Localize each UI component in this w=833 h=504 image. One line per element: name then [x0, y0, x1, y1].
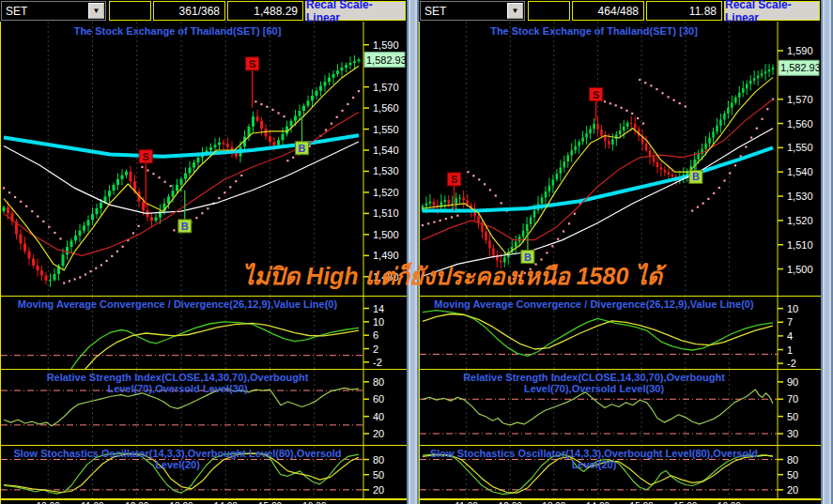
rsi-panel[interactable]: 90705030 Relative Strength Index(CLOSE,1… — [420, 369, 821, 445]
svg-text:7: 7 — [787, 316, 793, 328]
svg-text:1,530: 1,530 — [373, 165, 399, 176]
svg-text:50: 50 — [373, 469, 384, 481]
chart-stack-right: SBSB1,5901,5701,5601,5501,5401,5301,5201… — [419, 22, 821, 504]
svg-text:B: B — [524, 252, 532, 263]
svg-text:1,510: 1,510 — [787, 239, 813, 251]
recal-scale-button[interactable]: Recal Scale-Linear — [724, 1, 820, 21]
svg-text:60: 60 — [373, 393, 384, 405]
svg-text:1: 1 — [787, 344, 793, 356]
svg-text:-2: -2 — [787, 358, 796, 369]
svg-text:1,550: 1,550 — [787, 142, 813, 153]
svg-text:S: S — [593, 89, 599, 100]
svg-text:20: 20 — [373, 484, 384, 496]
chart-panel-left: SET ▼ 361/368 1,488.29 Recal Scale-Linea… — [0, 0, 407, 504]
toolbar-right: SET ▼ 464/488 11.88 Recal Scale-Linear — [419, 0, 821, 22]
vertical-scrollbar[interactable] — [821, 0, 833, 504]
svg-text:B: B — [299, 143, 306, 154]
svg-text:S: S — [143, 151, 149, 162]
chart-panel-right: SET ▼ 464/488 11.88 Recal Scale-Linear S… — [419, 0, 821, 504]
price-value-field: 1,488.29 — [227, 1, 303, 21]
chevron-down-icon[interactable]: ▼ — [507, 3, 523, 19]
symbol-select[interactable]: SET ▼ — [420, 1, 525, 21]
svg-text:S: S — [451, 174, 457, 185]
svg-text:4: 4 — [787, 330, 793, 342]
svg-text:10: 10 — [373, 316, 384, 328]
stochastics-panel[interactable]: 805020 Slow Stochastics Oscillator(14,3,… — [420, 445, 821, 498]
svg-text:50: 50 — [787, 469, 798, 481]
time-axis: 11:0012:0013:0014:0015:0015:0016:00 — [420, 498, 821, 504]
chart-stack-left: SBSB1,5901,5701,5601,5501,5401,5301,5201… — [0, 22, 407, 504]
time-axis: 10:0011:0012:0013:0014:0015:0016:00 — [1, 498, 407, 504]
svg-text:90: 90 — [787, 376, 798, 388]
recal-scale-button[interactable]: Recal Scale-Linear — [305, 1, 406, 21]
svg-text:10: 10 — [787, 303, 798, 314]
svg-text:1,520: 1,520 — [787, 215, 813, 226]
panel-splitter[interactable] — [407, 0, 419, 504]
charting-app: SET ▼ 361/368 1,488.29 Recal Scale-Linea… — [0, 0, 833, 504]
svg-text:50: 50 — [787, 411, 798, 422]
svg-text:1,540: 1,540 — [373, 145, 399, 156]
symbol-select[interactable]: SET ▼ — [1, 1, 106, 21]
svg-text:70: 70 — [787, 393, 798, 405]
toolbar-field-empty — [109, 1, 151, 21]
macd-panel[interactable]: 10741-2 Moving Average Convergence / Div… — [420, 296, 821, 369]
svg-text:1,570: 1,570 — [787, 94, 813, 105]
svg-text:1,540: 1,540 — [787, 166, 813, 177]
rsi-panel[interactable]: 80604020 Relative Strength Index(CLOSE,1… — [1, 369, 407, 445]
svg-text:80: 80 — [373, 376, 384, 388]
bar-count-field: 361/368 — [153, 1, 225, 21]
svg-text:1,500: 1,500 — [787, 264, 813, 275]
toolbar-left: SET ▼ 361/368 1,488.29 Recal Scale-Linea… — [0, 0, 407, 22]
toolbar-field-empty — [528, 1, 570, 21]
price-chart[interactable]: SBSB1,5901,5701,5601,5501,5401,5301,5201… — [420, 22, 821, 296]
svg-text:40: 40 — [373, 411, 384, 422]
svg-text:6: 6 — [373, 329, 378, 341]
svg-text:1,590: 1,590 — [373, 39, 399, 51]
svg-text:1,582.93: 1,582.93 — [366, 54, 407, 66]
svg-text:1,490: 1,490 — [373, 250, 399, 261]
svg-text:S: S — [249, 58, 255, 69]
stochastics-panel[interactable]: 805020 Slow Stochastics Oscillator(14,3,… — [1, 445, 407, 498]
svg-text:1,560: 1,560 — [787, 118, 813, 130]
svg-text:20: 20 — [787, 484, 798, 496]
svg-text:1,570: 1,570 — [373, 82, 399, 93]
svg-text:1,500: 1,500 — [373, 229, 399, 240]
macd-panel[interactable]: 141062-2 Moving Average Convergence / Di… — [1, 296, 407, 369]
chevron-down-icon[interactable]: ▼ — [88, 3, 104, 19]
svg-text:1,510: 1,510 — [373, 207, 399, 219]
svg-text:20: 20 — [373, 428, 384, 439]
price-chart[interactable]: SBSB1,5901,5701,5601,5501,5401,5301,5201… — [1, 22, 407, 296]
svg-text:14: 14 — [373, 303, 384, 314]
svg-text:1,560: 1,560 — [373, 102, 399, 114]
svg-text:80: 80 — [787, 454, 798, 466]
svg-text:30: 30 — [787, 428, 798, 439]
symbol-value: SET — [421, 5, 506, 18]
svg-text:B: B — [181, 221, 189, 232]
svg-text:1,520: 1,520 — [373, 187, 399, 198]
svg-text:80: 80 — [373, 454, 384, 466]
svg-text:B: B — [692, 171, 700, 182]
svg-text:1,480: 1,480 — [373, 271, 399, 283]
svg-text:1,582.93: 1,582.93 — [780, 62, 821, 73]
price-value-field: 11.88 — [646, 1, 722, 21]
symbol-value: SET — [2, 5, 87, 18]
svg-text:1,550: 1,550 — [373, 124, 399, 135]
svg-text:2: 2 — [373, 344, 378, 355]
svg-text:1,530: 1,530 — [787, 191, 813, 202]
svg-text:1,590: 1,590 — [787, 45, 813, 56]
svg-text:-2: -2 — [373, 357, 382, 368]
bar-count-field: 464/488 — [572, 1, 644, 21]
